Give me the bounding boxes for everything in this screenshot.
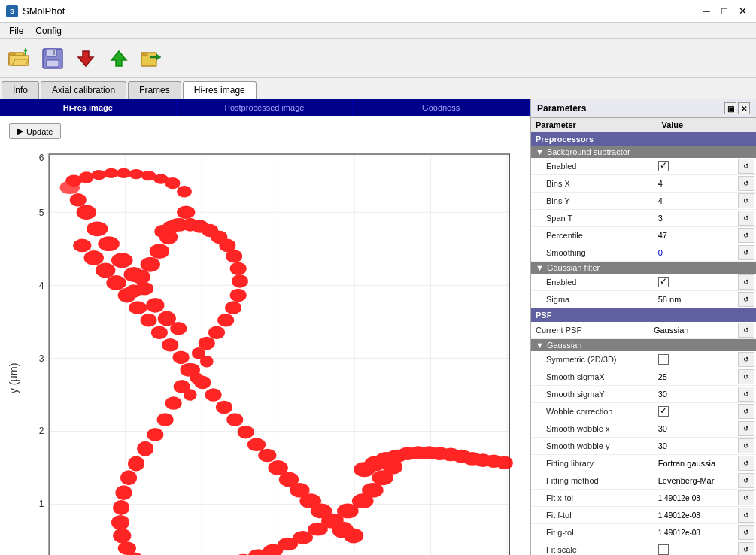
toolbar — [0, 39, 756, 78]
svg-point-104 — [496, 456, 513, 470]
parameters-header: Parameters ▣ ✕ — [531, 99, 756, 118]
svg-point-141 — [225, 301, 241, 314]
symmetric-checkbox[interactable] — [658, 354, 669, 365]
play-icon: ▶ — [17, 126, 23, 136]
menu-config[interactable]: Config — [29, 24, 68, 38]
svg-point-112 — [120, 470, 137, 485]
param-symmetric: Symmetric (2D/3D) ↺ — [531, 351, 756, 368]
param-bins-x: Bins X 4 ↺ — [531, 175, 756, 193]
subtab-hi-res-image[interactable]: Hi-res image — [0, 99, 177, 116]
enabled-gf-checkbox[interactable] — [658, 277, 669, 287]
exit-button[interactable] — [137, 44, 167, 74]
svg-marker-4 — [24, 48, 27, 51]
svg-point-70 — [129, 301, 147, 314]
main-tabs: Info Axial calibration Frames Hi-res ima… — [0, 78, 756, 99]
param-fit-scale: Fit scale ↺ — [531, 541, 756, 555]
reset-fitting-library[interactable]: ↺ — [738, 456, 754, 471]
subsection-gaussian-filter[interactable]: ▼ Gaussian filter — [531, 262, 756, 274]
gaussian-label: Gaussian — [547, 341, 581, 350]
svg-point-68 — [106, 275, 126, 290]
reset-percentile[interactable]: ↺ — [738, 228, 754, 243]
reset-smooth-wobble-y[interactable]: ↺ — [738, 438, 754, 453]
svg-point-79 — [226, 413, 243, 426]
reset-fit-g-tol[interactable]: ↺ — [738, 525, 754, 540]
reset-sigma[interactable]: ↺ — [738, 292, 754, 307]
reset-fit-f-tol[interactable]: ↺ — [738, 508, 754, 523]
main-content: Hi-res image Postprocessed image Goodnes… — [0, 99, 756, 555]
svg-point-49 — [77, 205, 96, 220]
param-span-t: Span T 3 ↺ — [531, 210, 756, 227]
subsection-background-subtractor[interactable]: ▼ Background subtractor — [531, 146, 756, 158]
panel-restore-button[interactable]: ▣ — [724, 102, 736, 114]
reset-fit-x-tol[interactable]: ↺ — [738, 490, 754, 505]
svg-point-61 — [150, 244, 169, 259]
subsection-gaussian[interactable]: ▼ Gaussian — [531, 339, 756, 351]
wobble-correction-checkbox[interactable] — [658, 406, 669, 417]
svg-rect-8 — [47, 60, 59, 67]
update-button[interactable]: ▶ Update — [9, 123, 61, 139]
reset-bins-y[interactable]: ↺ — [738, 193, 754, 208]
param-smooth-wobble-x: Smooth wobble x 30 ↺ — [531, 420, 756, 438]
param-smooth-sigmay: Smooth sigmaY 30 ↺ — [531, 386, 756, 403]
svg-point-137 — [383, 459, 402, 475]
svg-point-51 — [98, 236, 120, 251]
svg-point-159 — [79, 171, 94, 183]
subsection-label: Background subtractor — [547, 147, 630, 156]
fit-scale-checkbox[interactable] — [658, 544, 669, 555]
reset-symmetric[interactable]: ↺ — [738, 352, 754, 367]
reset-enabled-gf[interactable]: ↺ — [738, 274, 754, 290]
svg-rect-5 — [25, 51, 26, 55]
reset-smooth-sigmay[interactable]: ↺ — [738, 387, 754, 402]
export-button[interactable] — [104, 44, 134, 74]
close-button[interactable]: ✕ — [735, 4, 750, 19]
import-button[interactable] — [71, 44, 101, 74]
reset-wobble-correction[interactable]: ↺ — [738, 404, 754, 419]
svg-point-143 — [232, 274, 248, 288]
save-button[interactable] — [38, 44, 68, 74]
enabled-bg-checkbox[interactable] — [658, 161, 669, 171]
svg-point-167 — [177, 186, 192, 197]
reset-smoothing[interactable]: ↺ — [738, 245, 754, 260]
svg-rect-9 — [53, 50, 55, 55]
collapse-gaussian-icon: ▼ — [536, 341, 544, 350]
minimize-button[interactable]: ─ — [699, 4, 714, 19]
param-fitting-library: Fitting library Fortran gaussia ↺ — [531, 455, 756, 472]
tab-frames[interactable]: Frames — [128, 81, 181, 99]
svg-point-48 — [70, 193, 87, 207]
reset-bins-x[interactable]: ↺ — [738, 176, 754, 191]
maximize-button[interactable]: □ — [717, 4, 732, 19]
svg-point-78 — [216, 401, 232, 414]
param-enabled-bg: Enabled ↺ — [531, 158, 756, 175]
svg-point-57 — [170, 322, 187, 335]
svg-marker-10 — [78, 51, 93, 66]
reset-smooth-wobble-x[interactable]: ↺ — [738, 421, 754, 436]
reset-enabled-bg[interactable]: ↺ — [738, 159, 754, 174]
reset-current-psf[interactable]: ↺ — [738, 323, 754, 338]
section-psf: PSF — [531, 308, 756, 322]
panel-close-button[interactable]: ✕ — [738, 102, 750, 114]
tab-hi-res-image[interactable]: Hi-res image — [183, 81, 257, 99]
svg-point-157 — [184, 389, 197, 400]
panel-header-buttons: ▣ ✕ — [724, 102, 750, 114]
open-button[interactable] — [5, 44, 35, 74]
tab-info[interactable]: Info — [2, 81, 39, 99]
subtab-postprocessed-image[interactable]: Postprocessed image — [177, 99, 354, 116]
reset-smooth-sigmax[interactable]: ↺ — [738, 369, 754, 384]
left-panel: Hi-res image Postprocessed image Goodnes… — [0, 99, 530, 555]
update-label: Update — [26, 127, 53, 136]
svg-point-156 — [190, 372, 204, 384]
value-col-header: Value — [661, 120, 751, 129]
tab-axial-calibration[interactable]: Axial calibration — [41, 81, 126, 99]
param-fit-f-tol: Fit f-tol 1.49012e-08 ↺ — [531, 507, 756, 524]
menu-file[interactable]: File — [3, 24, 29, 38]
svg-rect-13 — [141, 53, 147, 56]
parameters-table: Parameter Value Preprocessors ▼ Backgrou… — [531, 118, 756, 555]
reset-fit-scale[interactable]: ↺ — [738, 542, 754, 555]
reset-span-t[interactable]: ↺ — [738, 211, 754, 226]
param-fit-g-tol: Fit g-tol 1.49012e-08 ↺ — [531, 524, 756, 541]
reset-fitting-method[interactable]: ↺ — [738, 473, 754, 488]
param-fit-x-tol: Fit x-tol 1.49012e-08 ↺ — [531, 490, 756, 507]
svg-point-110 — [137, 441, 153, 456]
subtab-goodness[interactable]: Goodness — [353, 99, 530, 116]
svg-point-69 — [118, 288, 136, 303]
